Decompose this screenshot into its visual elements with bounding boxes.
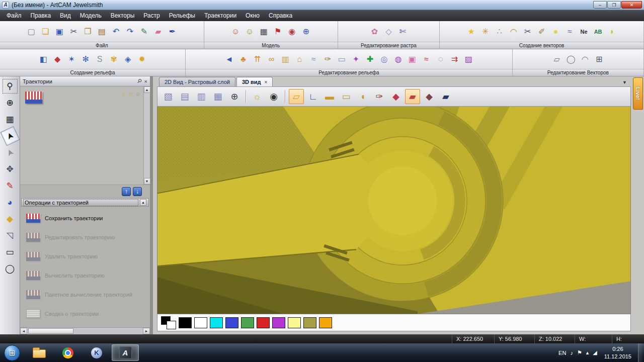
dashed-square-icon[interactable]: ▨ [462,53,475,66]
sphere-red-icon[interactable]: ◉ [285,25,298,38]
dot-star-icon[interactable]: ✳ [479,25,492,38]
close-button[interactable]: ✕ [621,1,642,9]
greyscale-icon[interactable]: ▦ [257,25,270,38]
calculate-toolpath-item[interactable]: Вычислить траекторию [20,266,150,285]
new-model-icon[interactable]: ▢ [25,25,38,38]
rings-icon[interactable]: ∞ [265,53,278,66]
material-block-icon[interactable]: ▬ [322,89,337,104]
notes-icon[interactable]: ✎ [137,25,150,38]
copy-icon[interactable]: ❐ [81,25,94,38]
gold-tool-icon[interactable]: ◆ [3,212,18,226]
visibility-icon[interactable]: ◉ [266,89,281,104]
network-icon[interactable]: ◢ [593,349,597,356]
swoosh-icon[interactable]: ≈ [564,25,577,38]
maximize-button[interactable]: ❐ [607,1,621,9]
wire-sphere-icon[interactable]: ⊕ [299,25,312,38]
minimize-button[interactable]: – [593,1,607,9]
move-up-button[interactable]: ↑ [122,187,131,196]
wedge-icon[interactable]: ◆ [422,89,437,104]
monument-icon[interactable]: ⌂ [293,53,306,66]
delete-toolpath-item[interactable]: Удалить траекторию [20,247,150,266]
relief-preview-icon[interactable]: ⚑ [271,25,284,38]
menu-item[interactable]: Справка [264,11,297,20]
rect-vector-icon[interactable]: ▭ [3,245,18,259]
color-swatch[interactable] [303,317,316,328]
lightbulb-icon[interactable]: ☼ [135,89,141,97]
scrollbar-thumb[interactable] [28,328,73,334]
shade-brush-icon[interactable]: ✑ [372,89,387,104]
batch-calculate-item[interactable]: Пакетное вычисление траекторий [20,285,150,304]
gradient-plane-icon[interactable]: ▰ [438,89,453,104]
color-swatch[interactable] [272,317,285,328]
color-swatch[interactable] [257,317,270,328]
torus-icon[interactable]: ◎ [377,53,390,66]
artcam-button[interactable]: A [112,344,139,361]
relief-shape-icon[interactable]: ◧ [37,53,50,66]
menu-item[interactable]: Правка [26,11,56,20]
light-icon[interactable]: ☼ [250,89,265,104]
menu-item[interactable]: Траектории [200,11,241,20]
panel-close-icon[interactable]: × [144,78,147,84]
stamp-icon[interactable]: ▥ [279,53,292,66]
poly-shape-icon[interactable]: ▱ [550,53,564,66]
relief-plane-icon[interactable]: ▰ [405,89,420,104]
arc-icon[interactable]: ◠ [507,25,520,38]
save-toolpaths-item[interactable]: Сохранить траектории [20,209,150,228]
relief-star-icon[interactable]: ✶ [65,53,78,66]
scroll-right-icon[interactable]: ► [143,328,150,334]
vector-select-icon[interactable]: ◹ [3,228,18,243]
relief-drop-icon[interactable]: ◆ [51,53,64,66]
color-swatch[interactable] [179,317,192,328]
chrome-button[interactable] [54,344,82,361]
dashed-circle-icon[interactable]: ◌ [434,53,447,66]
menu-item[interactable]: Вид [55,11,75,20]
texture-icon[interactable]: ◆ [388,89,404,104]
save-icon[interactable]: ▣ [53,25,66,38]
digitise-icon[interactable]: ✒ [166,25,179,38]
toolbar-separator[interactable] [285,90,285,103]
panel-horizontal-scrollbar[interactable]: ◄ ► [20,327,150,334]
pen-icon[interactable]: ✐ [535,25,548,38]
dot-chain-icon[interactable]: ∴ [493,25,506,38]
gold-star-icon[interactable]: ✹ [135,53,148,66]
collapse-icon[interactable]: ▲ [140,199,146,206]
action-center-icon[interactable]: ⚑ [577,349,582,356]
lightbulb-icon[interactable]: ☼ [128,89,134,97]
circle-vector-icon[interactable]: ◯ [3,261,18,276]
tab-menu-arrow-icon[interactable]: ▼ [622,80,631,86]
iso-view-icon[interactable]: ▧ [160,89,176,104]
live-side-tab[interactable]: Live! [633,77,643,110]
relief-flower-icon[interactable]: ✻ [79,53,92,66]
scroll-down-icon[interactable]: ▼ [144,178,150,185]
green-cross-icon[interactable]: ✚ [363,53,376,66]
zoom-tool-icon[interactable]: ⚲ [3,79,18,94]
relief-letter-icon[interactable]: S [93,53,106,66]
color-swatch[interactable] [225,317,238,328]
front-view-icon[interactable]: ▤ [177,89,192,104]
wave-icon[interactable]: ≈ [307,53,320,66]
menu-item[interactable]: Файл [2,11,26,20]
rotate-3d-icon[interactable]: ✥ [3,162,18,176]
texture-select-icon[interactable]: ▦ [3,112,18,127]
viewport-3d[interactable] [157,107,631,314]
blob-icon[interactable]: ● [549,25,562,38]
smudge-icon[interactable]: ✑ [321,53,334,66]
sweep-icon[interactable]: ◗ [606,25,619,38]
tab-2d-view[interactable]: 2D Вид - Растровый слой × [159,77,235,86]
primary-secondary-swatch[interactable] [161,316,176,329]
pan-globe-icon[interactable]: ⊕ [3,96,18,110]
menu-item[interactable]: Рельефы [165,11,200,20]
explorer-button[interactable] [26,344,53,361]
color-picker-icon[interactable]: ◕ [3,195,18,210]
vector-cut-icon[interactable]: ✂ [521,25,534,38]
bitmap-red-icon[interactable]: ☺ [229,25,242,38]
red-waves-icon[interactable]: ≈ [420,53,433,66]
eraser-icon[interactable]: ▰ [151,25,165,38]
bitmap-gold-icon[interactable]: ☺ [243,25,256,38]
tree-icon[interactable]: ♣ [236,53,250,66]
clock[interactable]: 0:26 11.12.2015 [601,345,634,360]
back-arrow-icon[interactable]: ◄ [222,53,235,66]
text-vector-icon[interactable]: AB [592,25,605,38]
star-vector-icon[interactable]: ★ [465,25,478,38]
select-tool-icon[interactable]: ➤ [0,126,20,146]
